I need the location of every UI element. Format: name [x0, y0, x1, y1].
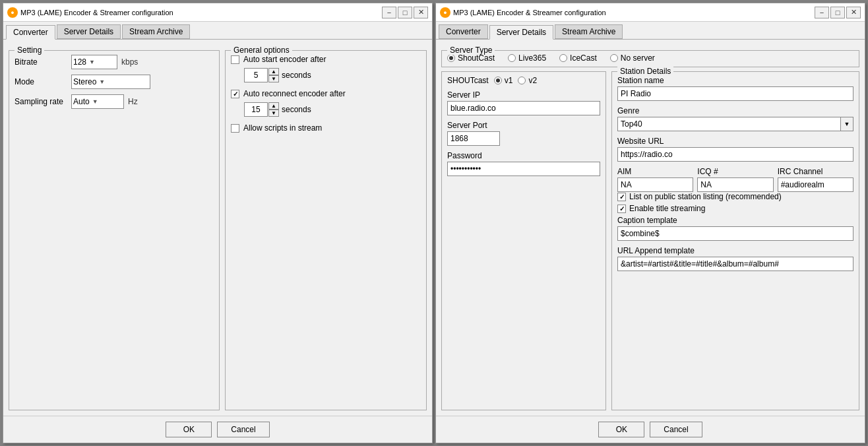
server-ip-input[interactable]	[447, 101, 600, 115]
irc-label: IRC Channel	[778, 167, 853, 176]
right-title-bar: ● MP3 (LAME) Encoder & Streamer configur…	[436, 3, 865, 22]
icecast-radio-label: IceCast	[570, 53, 597, 63]
icq-input[interactable]	[697, 177, 773, 192]
auto-reconnect-up-button[interactable]: ▲	[268, 102, 279, 110]
allow-scripts-checkbox[interactable]	[231, 124, 239, 133]
shoutcast-group: SHOUTcast v1 v2 Server IP	[441, 71, 606, 410]
server-port-group: Server Port	[447, 121, 600, 146]
website-input[interactable]	[617, 147, 853, 162]
icq-group: ICQ #	[697, 167, 773, 192]
password-input[interactable]	[447, 162, 600, 176]
no-server-radio-label: No server	[621, 53, 655, 63]
caption-input[interactable]	[617, 226, 853, 241]
right-window-controls: − □ ✕	[815, 7, 861, 18]
station-name-label: Station name	[617, 76, 853, 85]
irc-input[interactable]	[778, 177, 853, 192]
server-ip-group: Server IP	[447, 90, 600, 115]
left-tab-converter[interactable]: Converter	[6, 25, 55, 40]
live365-radio-button[interactable]	[508, 54, 516, 62]
right-tab-stream-archive[interactable]: Stream Archive	[555, 24, 623, 39]
left-window-controls: − □ ✕	[382, 7, 428, 18]
auto-start-spinner-buttons: ▲ ▼	[268, 68, 279, 82]
auto-reconnect-spinner-row: 15 ▲ ▼ seconds	[244, 102, 421, 117]
auto-start-down-button[interactable]: ▼	[268, 75, 279, 82]
station-name-group: Station name	[617, 76, 853, 101]
right-close-button[interactable]: ✕	[846, 7, 861, 18]
bitrate-dropdown-arrow: ▼	[89, 59, 95, 65]
v1-label: v1	[505, 76, 513, 85]
v2-radio-button[interactable]	[518, 77, 526, 84]
auto-reconnect-spinner-buttons: ▲ ▼	[268, 102, 279, 117]
general-group-label: General options	[231, 46, 292, 55]
auto-start-label: Auto start encoder after	[243, 55, 326, 64]
icecast-radio-button[interactable]	[559, 54, 567, 62]
setting-group-label: Setting	[15, 46, 44, 55]
bitrate-row: Bitrate 128 ▼ kbps	[15, 55, 214, 69]
url-append-input[interactable]	[617, 257, 853, 271]
irc-group: IRC Channel	[778, 167, 853, 192]
icq-label: ICQ #	[697, 167, 773, 176]
right-window: ● MP3 (LAME) Encoder & Streamer configur…	[435, 3, 865, 443]
left-close-button[interactable]: ✕	[414, 7, 428, 18]
sampling-unit: Hz	[128, 97, 138, 106]
left-footer: OK Cancel	[3, 416, 432, 443]
auto-start-spinner-row: 5 ▲ ▼ seconds	[244, 68, 421, 82]
right-content: Server Type ShoutCast Live365 IceCast	[436, 40, 865, 416]
station-name-input[interactable]	[617, 86, 853, 101]
shoutcast-radio-button[interactable]	[447, 54, 455, 62]
station-details-group: Station Details Station name Genre ▼ W	[611, 71, 859, 410]
auto-reconnect-spinner: 15 ▲ ▼	[244, 102, 279, 117]
auto-reconnect-label: Auto reconnect encoder after	[243, 89, 346, 98]
caption-label: Caption template	[617, 216, 853, 225]
v1-radio-button[interactable]	[494, 77, 502, 84]
bitrate-select[interactable]: 128 ▼	[71, 55, 117, 69]
left-app-icon: ●	[7, 7, 18, 18]
right-tab-server-details[interactable]: Server Details	[489, 25, 553, 40]
auto-start-checkbox[interactable]	[231, 55, 239, 64]
auto-reconnect-unit: seconds	[282, 105, 311, 114]
left-ok-button[interactable]: OK	[166, 422, 212, 437]
right-tab-converter[interactable]: Converter	[439, 24, 488, 39]
auto-reconnect-down-button[interactable]: ▼	[268, 110, 279, 117]
sampling-row: Sampling rate Auto ▼ Hz	[15, 94, 214, 109]
right-ok-button[interactable]: OK	[598, 422, 644, 437]
genre-input[interactable]	[617, 117, 840, 131]
server-port-label: Server Port	[447, 121, 600, 130]
password-label: Password	[447, 151, 600, 160]
no-server-radio-item: No server	[610, 53, 655, 63]
auto-reconnect-checkbox[interactable]	[231, 90, 239, 98]
bitrate-label: Bitrate	[15, 57, 67, 67]
website-group: Website URL	[617, 137, 853, 162]
left-content: Setting Bitrate 128 ▼ kbps Mode Stereo ▼	[3, 40, 432, 416]
public-listing-checkbox[interactable]	[617, 193, 626, 201]
sampling-select[interactable]: Auto ▼	[71, 94, 124, 109]
auto-reconnect-value[interactable]: 15	[244, 102, 268, 117]
left-cancel-button[interactable]: Cancel	[217, 422, 269, 437]
mode-row: Mode Stereo ▼	[15, 75, 214, 89]
right-cancel-button[interactable]: Cancel	[650, 422, 702, 437]
left-window: ● MP3 (LAME) Encoder & Streamer configur…	[3, 3, 433, 443]
mode-select[interactable]: Stereo ▼	[71, 75, 150, 89]
right-maximize-button[interactable]: □	[830, 7, 845, 18]
left-window-title: MP3 (LAME) Encoder & Streamer configurat…	[20, 9, 379, 16]
server-port-input[interactable]	[447, 131, 500, 146]
auto-start-value[interactable]: 5	[244, 68, 268, 82]
no-server-radio-button[interactable]	[610, 54, 618, 62]
bitrate-unit: kbps	[121, 57, 138, 67]
left-tab-stream-archive[interactable]: Stream Archive	[122, 24, 190, 39]
aim-input[interactable]	[617, 177, 693, 192]
genre-dropdown-arrow[interactable]: ▼	[840, 117, 853, 131]
mode-label: Mode	[15, 77, 67, 86]
server-type-radio-row: ShoutCast Live365 IceCast No server	[447, 53, 853, 63]
server-type-label: Server Type	[447, 46, 495, 55]
allow-scripts-label: Allow scripts in stream	[243, 123, 322, 133]
server-ip-label: Server IP	[447, 90, 600, 100]
left-maximize-button[interactable]: □	[398, 7, 412, 18]
auto-start-up-button[interactable]: ▲	[268, 68, 279, 75]
right-minimize-button[interactable]: −	[815, 7, 829, 18]
title-streaming-checkbox[interactable]	[617, 205, 626, 213]
left-minimize-button[interactable]: −	[382, 7, 396, 18]
setting-group: Setting Bitrate 128 ▼ kbps Mode Stereo ▼	[9, 50, 220, 410]
left-tab-server-details[interactable]: Server Details	[57, 24, 121, 39]
auto-start-unit: seconds	[282, 71, 311, 80]
